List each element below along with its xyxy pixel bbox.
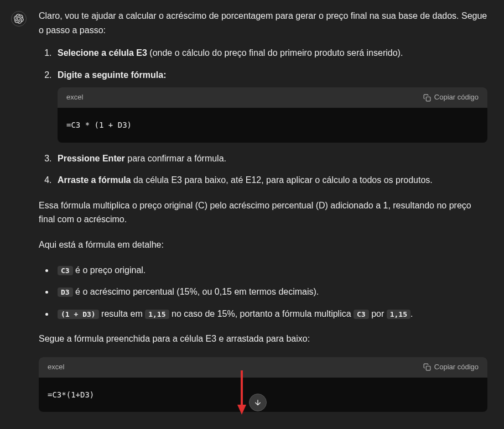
step-1-bold: Selecione a célula E3 [58, 48, 147, 57]
code-content-1: =C3 * (1 + D3) [58, 108, 487, 142]
explanation-para-3: Segue a fórmula preenchida para a célula… [39, 332, 487, 346]
step-2-bold: Digite a seguinte fórmula: [58, 70, 166, 80]
explanation-para-2: Aqui está a fórmula em detalhe: [39, 238, 487, 252]
arrow-down-icon [253, 398, 262, 407]
scroll-down-button[interactable] [249, 394, 267, 411]
detail-list: C3 é o preço original. D3 é o acréscimo … [39, 263, 487, 321]
svg-rect-0 [426, 97, 430, 101]
svg-rect-1 [426, 367, 430, 371]
inline-code-115a: 1,15 [145, 310, 169, 319]
step-4-bold: Arraste a fórmula [58, 175, 131, 185]
copy-label-2: Copiar código [434, 362, 479, 373]
avatar-column [11, 9, 33, 421]
detail-text-2: é o acréscimo percentual (15%, ou 0,15 e… [73, 287, 319, 296]
steps-list: Selecione a célula E3 (onde o cálculo do… [39, 46, 487, 187]
detail-item-2: D3 é o acréscimo percentual (15%, ou 0,1… [54, 285, 487, 299]
copy-icon [423, 94, 431, 102]
detail-text-3a: resulta em [99, 309, 146, 318]
code-block-1: excel Copiar código =C3 * (1 + D3) [58, 87, 487, 142]
openai-logo-icon [14, 14, 24, 24]
copy-label-1: Copiar código [434, 92, 479, 103]
detail-text-3c: por [369, 309, 387, 318]
inline-code-1plusd3: (1 + D3) [58, 310, 99, 319]
copy-icon [423, 363, 431, 371]
intro-text: Claro, vou te ajudar a calcular o acrésc… [39, 9, 487, 37]
step-3-bold: Pressione Enter [58, 154, 125, 163]
code-lang-2: excel [48, 362, 64, 373]
message-content: Claro, vou te ajudar a calcular o acrésc… [33, 9, 493, 421]
step-2: Digite a seguinte fórmula: excel Copiar … [54, 68, 487, 143]
step-4-text: da célula E3 para baixo, até E12, para a… [131, 175, 433, 185]
explanation-para-1: Essa fórmula multiplica o preço original… [39, 198, 487, 227]
copy-code-button-1[interactable]: Copiar código [423, 92, 479, 103]
code-lang-1: excel [66, 92, 83, 103]
inline-code-c3: C3 [58, 266, 73, 275]
copy-code-button-2[interactable]: Copiar código [423, 362, 479, 373]
assistant-avatar [11, 11, 27, 27]
step-1-text: (onde o cálculo do preço final do primei… [147, 48, 403, 57]
detail-text-1: é o preço original. [73, 265, 146, 275]
inline-code-c3b: C3 [354, 310, 369, 319]
detail-item-3: (1 + D3) resulta em 1,15 no caso de 15%,… [54, 307, 487, 321]
message-row: Claro, vou te ajudar a calcular o acrésc… [0, 0, 504, 429]
step-3: Pressione Enter para confirmar a fórmula… [54, 151, 487, 166]
step-1: Selecione a célula E3 (onde o cálculo do… [54, 46, 487, 60]
inline-code-115b: 1,15 [387, 310, 411, 319]
detail-text-3d: . [411, 309, 413, 318]
detail-text-3b: no caso de 15%, portanto a fórmula multi… [169, 309, 354, 318]
code-header-1: excel Copiar código [58, 87, 487, 108]
code-header-2: excel Copiar código [39, 357, 487, 378]
detail-item-1: C3 é o preço original. [54, 263, 487, 278]
step-3-text: para confirmar a fórmula. [125, 154, 226, 163]
inline-code-d3: D3 [58, 287, 73, 297]
step-4: Arraste a fórmula da célula E3 para baix… [54, 173, 487, 187]
